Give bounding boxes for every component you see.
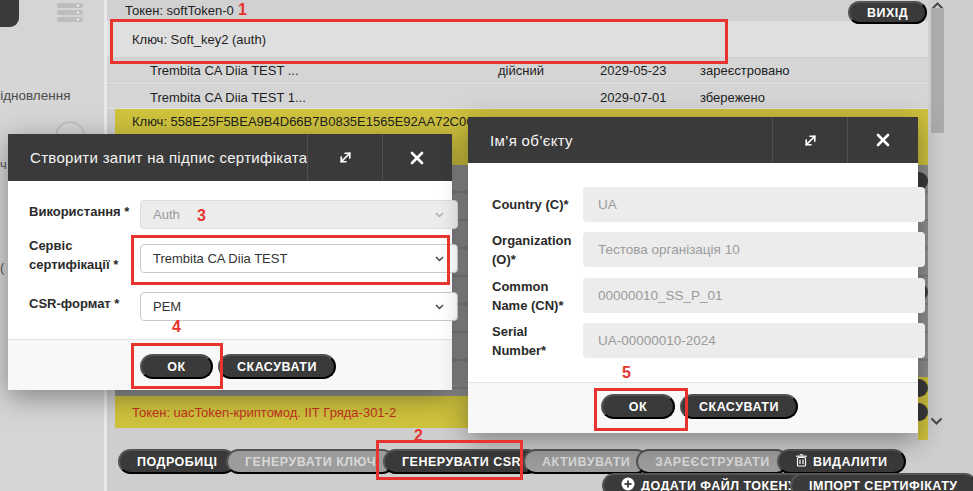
certificate-name: Trembita CA Diia TEST ...	[150, 63, 299, 78]
country-input[interactable]: UA	[583, 187, 925, 222]
add-token-file-button[interactable]: ДОДАТИ ФАЙЛ ТОКЕНУ	[602, 473, 815, 491]
csr-format-select[interactable]: PEM	[140, 292, 458, 321]
delete-button-label: ВИДАЛИТИ	[813, 455, 887, 469]
common-name-label: Common Name (CN)*	[492, 278, 578, 316]
common-name-input[interactable]: 00000010_SS_P_01	[583, 278, 925, 313]
annotation-box-cert-service	[131, 235, 450, 285]
country-label: Country (C)*	[492, 196, 569, 215]
usage-select-value: Auth	[153, 207, 180, 222]
server-stack-icon[interactable]	[57, 3, 83, 26]
sidebar-item-restore[interactable]: відновлення	[0, 88, 70, 103]
csr-format-value: PEM	[153, 299, 181, 314]
annotation-box-generate-csr	[376, 440, 523, 480]
add-token-file-label: ДОДАТИ ФАЙЛ ТОКЕНУ	[641, 479, 796, 491]
plus-circle-icon	[621, 477, 635, 491]
expand-icon[interactable]	[773, 117, 847, 163]
details-button[interactable]: ПОДРОБИЦІ	[118, 449, 236, 474]
selected-key-title: Ключ: 558E25F5BEA9B4D66B7B0835E1565E92AA…	[132, 114, 483, 129]
csr-format-label: CSR-формат *	[29, 295, 119, 314]
subject-dialog: Ім’я об’єкту Country (C)* UA Organizatio…	[468, 117, 918, 433]
certificate-name: Trembita CA Diia TEST 1...	[150, 90, 306, 105]
certification-service-label: Сервіс сертифікації *	[29, 237, 129, 275]
close-icon[interactable]	[848, 117, 918, 163]
sidebar-text-fragment: ч	[0, 157, 7, 172]
certificate-state: збережено	[700, 90, 765, 105]
csr-cancel-button[interactable]: СКАСУВАТИ	[218, 354, 336, 379]
certificate-expiry: 2029-07-01	[600, 90, 667, 105]
second-token-title: Токен: uacToken-криптомод. ІІТ Гряда-301…	[132, 405, 396, 420]
subject-dialog-header: Ім’я об’єкту	[468, 117, 918, 163]
organization-input[interactable]: Тестова організація 10	[583, 232, 925, 267]
annotation-box-key-row	[110, 19, 728, 64]
logout-button[interactable]: ВИХІД	[848, 1, 927, 24]
chevron-down-icon	[434, 211, 445, 219]
serial-number-input[interactable]: UA-00000010-2024	[583, 323, 925, 358]
annotation-box-subject-ok	[594, 388, 688, 431]
activate-button[interactable]: АКТИВУВАТИ	[523, 449, 649, 474]
usage-label: Використання *	[29, 203, 129, 222]
expand-icon[interactable]	[308, 134, 381, 181]
certificate-status: дійсний	[498, 63, 544, 78]
trash-icon	[796, 454, 807, 470]
certificate-expiry: 2029-05-23	[600, 63, 667, 78]
usage-select[interactable]: Auth	[140, 200, 458, 229]
close-icon[interactable]	[383, 134, 452, 181]
certificate-state: зареєстровано	[700, 63, 790, 78]
sidebar-text-fragment-2: (	[0, 260, 4, 275]
import-certificate-button[interactable]: ІМПОРТ СЕРТИФІКАТУ	[790, 473, 973, 491]
annotation-number-1: 1	[238, 1, 247, 19]
token-title: Токен: softToken-0	[125, 3, 234, 18]
organization-label: Organization (O)*	[492, 232, 578, 270]
delete-button[interactable]: ВИДАЛИТИ	[777, 449, 906, 474]
serial-number-label: Serial Number*	[492, 323, 578, 361]
csr-dialog-header: Створити запит на підпис сертифіката	[8, 134, 452, 181]
register-button[interactable]: ЗАРЕЄСТРУВАТИ	[636, 449, 789, 474]
scrollbar[interactable]	[931, 8, 944, 133]
annotation-number-5: 5	[622, 364, 631, 382]
annotation-number-3: 3	[197, 207, 206, 225]
subject-dialog-title: Ім’я об’єкту	[468, 117, 772, 163]
generate-key-button[interactable]: ГЕНЕРУВАТИ КЛЮЧ	[226, 449, 395, 474]
menu-corner-fragment	[0, 0, 19, 27]
security-server-keys-screen: відновлення ч ( Токен: softToken-0 Ключ:…	[0, 0, 973, 491]
annotation-number-4: 4	[172, 318, 181, 336]
chevron-down-icon	[434, 303, 445, 311]
csr-dialog-title: Створити запит на підпис сертифіката	[8, 134, 307, 181]
subject-cancel-button[interactable]: СКАСУВАТИ	[680, 394, 798, 419]
chevron-down-icon[interactable]	[929, 413, 944, 431]
annotation-box-csr-ok	[131, 343, 223, 389]
